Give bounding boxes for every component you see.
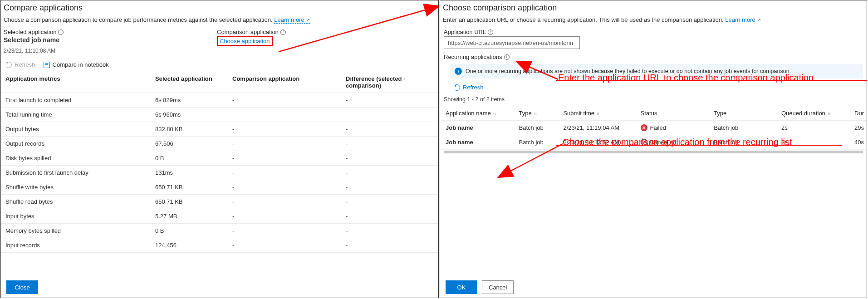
metrics-row: Total running time6s 960ms-- xyxy=(1,108,438,122)
refresh-icon xyxy=(454,84,460,91)
metrics-header-row: Application metrics Selected application… xyxy=(1,72,438,93)
learn-more-link[interactable]: Learn more xyxy=(725,16,761,23)
metrics-row: Output records67,506-- xyxy=(1,137,438,151)
metrics-row: Output bytes832.80 KB-- xyxy=(1,122,438,137)
ok-button[interactable]: OK xyxy=(446,280,477,294)
info-icon: i xyxy=(455,68,462,75)
metrics-row: First launch to completed6s 829ms-- xyxy=(1,93,438,108)
compare-subtitle: Choose a comparison application to compa… xyxy=(1,15,438,29)
metrics-row: Submission to first launch delay131ms-- xyxy=(1,166,438,180)
refresh-button[interactable]: Refresh xyxy=(440,81,867,93)
comparison-app-label: Comparison application xyxy=(217,29,430,35)
choose-title: Choose comparison application xyxy=(440,0,867,15)
col-queued-duration[interactable]: Queued duration↑↓ xyxy=(781,110,847,117)
col-type2[interactable]: Type xyxy=(714,110,781,117)
metrics-row: Input bytes5.27 MB-- xyxy=(1,209,438,224)
choose-subtitle: Enter an application URL or choose a rec… xyxy=(440,15,867,29)
col-type[interactable]: Type↑↓ xyxy=(519,110,564,117)
col-status[interactable]: Status xyxy=(641,110,714,117)
selected-timestamp: 2/23/21, 11:10:08 AM xyxy=(4,48,438,54)
metrics-body: First launch to completed6s 829ms--Total… xyxy=(1,93,438,277)
cancel-button[interactable]: Cancel xyxy=(482,280,514,294)
info-icon[interactable] xyxy=(504,54,510,60)
recurring-apps-label: Recurring applications xyxy=(444,54,863,60)
choose-comparison-pane: Choose comparison application Enter an a… xyxy=(440,0,867,298)
table-row[interactable]: Job nameBatch job2/23/21, 11:13:52 AMCan… xyxy=(440,135,867,150)
compare-in-notebook-button[interactable]: Compare in notebook xyxy=(44,61,109,68)
info-icon[interactable] xyxy=(488,29,493,35)
application-url-label: Application URL xyxy=(444,29,863,35)
grid-body: Job nameBatch job2/23/21, 11:19:04 AMFai… xyxy=(440,121,867,150)
compare-title: Compare applications xyxy=(1,0,438,15)
metrics-row: Memory bytes spilled0 B-- xyxy=(1,224,438,238)
close-button[interactable]: Close xyxy=(6,280,38,294)
failed-icon xyxy=(641,124,647,131)
compare-applications-pane: Compare applications Choose a comparison… xyxy=(0,0,439,298)
learn-more-link[interactable]: Learn more xyxy=(274,16,310,24)
col-duration[interactable]: Dur xyxy=(847,110,867,117)
metrics-row: Shuffle write bytes650.71 KB-- xyxy=(1,180,438,195)
col-submit-time[interactable]: Submit time↑↓ xyxy=(563,110,640,117)
info-banner: i One or more recurring applications are… xyxy=(450,64,863,78)
metrics-row: Input records124,456-- xyxy=(1,238,438,253)
table-row[interactable]: Job nameBatch job2/23/21, 11:19:04 AMFai… xyxy=(440,121,867,135)
col-app-name[interactable]: Application name↑↓ xyxy=(446,110,519,117)
application-url-input[interactable] xyxy=(444,36,580,49)
selected-app-label: Selected application xyxy=(4,29,217,35)
cancelled-icon xyxy=(641,139,647,146)
choose-application-link[interactable]: Choose application xyxy=(217,36,273,46)
metrics-row: Disk bytes spilled0 B-- xyxy=(1,151,438,166)
info-icon[interactable] xyxy=(58,29,64,35)
info-icon[interactable] xyxy=(280,29,286,35)
selected-job-name: Selected job name xyxy=(4,36,217,44)
showing-count: Showing 1 - 2 of 2 items xyxy=(440,93,867,106)
notebook-icon xyxy=(44,62,50,68)
refresh-button[interactable]: Refresh xyxy=(5,61,35,68)
metrics-row: Shuffle read bytes650.71 KB-- xyxy=(1,195,438,209)
refresh-icon xyxy=(5,62,12,68)
grid-header-row: Application name↑↓ Type↑↓ Submit time↑↓ … xyxy=(440,106,867,121)
